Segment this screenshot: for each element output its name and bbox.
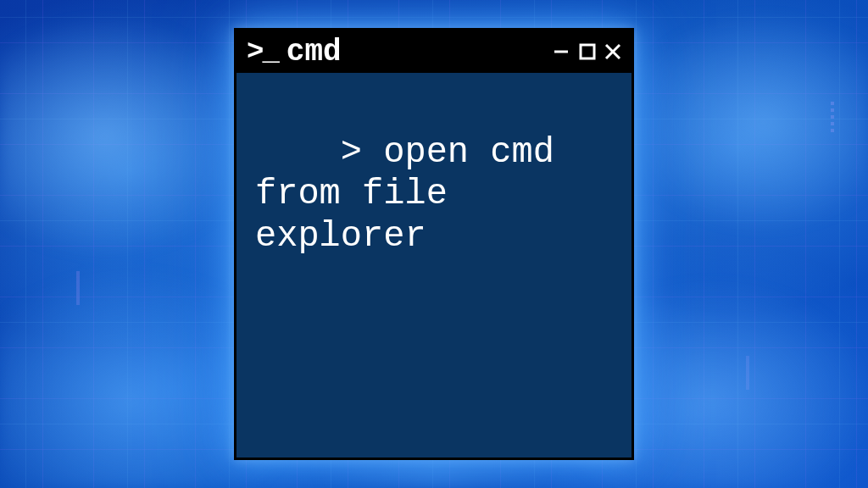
terminal-body[interactable]: > open cmd from file explorer	[236, 73, 632, 317]
window-title: cmd	[287, 35, 543, 69]
svg-rect-1	[581, 45, 594, 58]
minimize-button[interactable]	[552, 42, 572, 62]
terminal-content: > open cmd from file explorer	[255, 132, 576, 257]
close-button[interactable]	[603, 42, 623, 62]
titlebar[interactable]: >_ cmd	[236, 30, 632, 73]
minimize-icon	[553, 42, 571, 61]
terminal-prompt-icon: >_	[247, 37, 278, 66]
maximize-button[interactable]	[577, 42, 598, 62]
maximize-icon	[578, 42, 597, 61]
close-icon	[604, 42, 622, 61]
window-controls	[552, 42, 623, 62]
terminal-window: >_ cmd > open cmd from file explorer	[234, 28, 634, 460]
